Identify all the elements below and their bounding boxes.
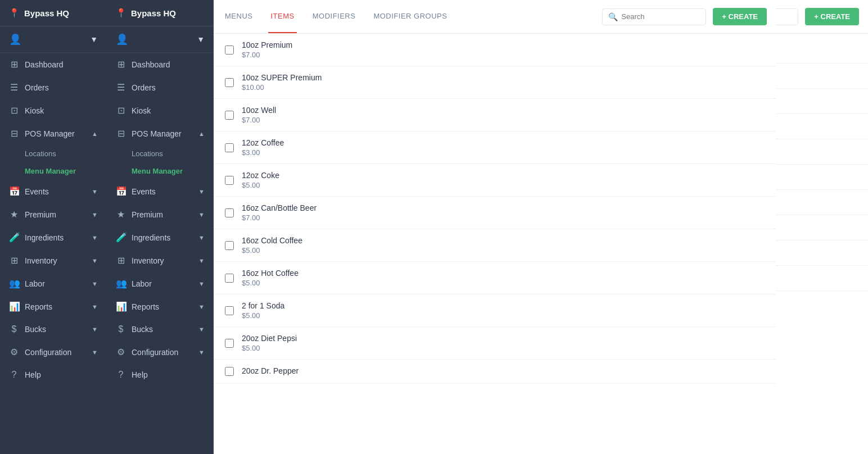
second-sidebar-item-orders[interactable]: ☰ Orders — [107, 76, 214, 99]
item-price: $7.00 — [242, 116, 276, 124]
second-user-chevron-icon: ▼ — [197, 35, 205, 44]
item-checkbox[interactable] — [225, 46, 234, 55]
item-price: $5.00 — [242, 181, 279, 189]
second-sidebar-item-ingredients[interactable]: 🧪 Ingredients ▼ — [107, 226, 214, 249]
item-price: $10.00 — [242, 83, 322, 92]
second-sidebar-item-inventory[interactable]: ⊞ Inventory ▼ — [107, 249, 214, 272]
sidebar-item-kiosk[interactable]: ⊡ Kiosk — [0, 99, 107, 122]
item-checkbox[interactable] — [225, 208, 234, 217]
item-info: 10oz SUPER Premium $10.00 — [242, 73, 322, 92]
item-price: $5.00 — [242, 344, 297, 352]
item-row[interactable]: 12oz Coke $5.00 — [214, 164, 776, 197]
sidebar-item-label: Labor — [132, 279, 152, 288]
sidebar-item-reports[interactable]: 📊 Reports ▼ — [0, 295, 107, 318]
brand-logo[interactable]: 📍 Bypass HQ — [0, 0, 107, 26]
sidebar-item-events[interactable]: 📅 Events ▼ — [0, 180, 107, 203]
sidebar-item-help[interactable]: ? Help — [0, 364, 107, 386]
second-search-input[interactable] — [621, 12, 700, 21]
item-checkbox[interactable] — [225, 176, 234, 185]
item-name: 20oz Diet Pepsi — [242, 334, 297, 343]
kiosk-icon: ⊡ — [9, 105, 19, 116]
second-tab-modifier-groups[interactable]: MODIFIER GROUPS — [371, 0, 449, 33]
item-row[interactable]: 12oz Coffee $3.00 — [214, 131, 776, 164]
item-row[interactable]: 10oz Well $7.00 — [214, 99, 776, 131]
item-checkbox[interactable] — [225, 241, 234, 250]
second-search-box[interactable]: 🔍 — [602, 8, 706, 25]
second-search-icon: 🔍 — [608, 12, 618, 21]
second-sidebar-sub-menu-manager[interactable]: Menu Manager — [107, 162, 214, 180]
second-inventory-chevron-icon: ▼ — [198, 257, 205, 264]
item-name: 12oz Coke — [242, 171, 279, 180]
sidebar-item-label: Ingredients — [132, 233, 170, 242]
item-name: 16oz Hot Coffee — [242, 269, 299, 278]
sidebar-item-label: Premium — [132, 210, 163, 219]
item-checkbox[interactable] — [225, 274, 234, 283]
item-row[interactable]: 10oz SUPER Premium $10.00 — [214, 66, 776, 99]
second-sidebar-item-configuration[interactable]: ⚙ Configuration ▼ — [107, 341, 214, 364]
sidebar-item-configuration[interactable]: ⚙ Configuration ▼ — [0, 341, 107, 364]
sidebar-item-labor[interactable]: 👥 Labor ▼ — [0, 272, 107, 295]
left-sidebar: 📍 Bypass HQ 👤 ▼ ⊞ Dashboard ☰ Orders ⊡ K… — [0, 0, 107, 454]
item-checkbox[interactable] — [225, 339, 234, 348]
second-tab-items[interactable]: ITEMS — [268, 0, 296, 33]
second-sidebar-item-kiosk[interactable]: ⊡ Kiosk — [107, 99, 214, 122]
sidebar-item-premium[interactable]: ★ Premium ▼ — [0, 203, 107, 226]
sidebar-item-ingredients[interactable]: 🧪 Ingredients ▼ — [0, 226, 107, 249]
sidebar-item-label: Dashboard — [132, 60, 170, 69]
item-row[interactable]: 16oz Cold Coffee $5.00 — [214, 229, 776, 262]
second-brand-logo[interactable]: 📍 Bypass HQ — [107, 0, 214, 26]
item-checkbox[interactable] — [225, 306, 234, 315]
second-orders-icon: ☰ — [116, 82, 126, 93]
item-name: 16oz Can/Bottle Beer — [242, 203, 317, 212]
main-area: MENUS ITEMS MODIFIERS MODIFIER GROUPS 🔍 … — [107, 0, 868, 454]
first-create-button[interactable]: + CREATE — [805, 8, 859, 25]
second-user-menu[interactable]: 👤 ▼ — [107, 26, 214, 53]
second-sidebar-item-dashboard[interactable]: ⊞ Dashboard — [107, 53, 214, 76]
sidebar-sub-menu-manager[interactable]: Menu Manager — [0, 162, 107, 180]
second-sidebar-item-events[interactable]: 📅 Events ▼ — [107, 180, 214, 203]
sidebar-item-label: Reports — [25, 302, 52, 311]
second-user-icon: 👤 — [116, 33, 128, 46]
sidebar-item-label: Dashboard — [25, 60, 64, 69]
second-sidebar-item-premium[interactable]: ★ Premium ▼ — [107, 203, 214, 226]
item-row[interactable]: 10oz Premium $7.00 — [214, 34, 776, 66]
second-reports-icon: 📊 — [116, 301, 126, 312]
item-checkbox[interactable] — [225, 143, 234, 152]
second-sidebar-item-bucks[interactable]: $ Bucks ▼ — [107, 318, 214, 341]
item-row[interactable]: 16oz Can/Bottle Beer $7.00 — [214, 197, 776, 229]
second-pos-manager-icon: ⊟ — [116, 128, 126, 139]
sidebar-sub-locations[interactable]: Locations — [0, 145, 107, 162]
item-price: $5.00 — [242, 246, 302, 255]
second-sidebar-item-help[interactable]: ? Help — [107, 364, 214, 386]
items-list: 10oz Premium $7.00 10oz SUPER Premium $1… — [214, 34, 776, 454]
item-row[interactable]: 20oz Dr. Pepper — [214, 360, 776, 384]
sidebar-item-bucks[interactable]: $ Bucks ▼ — [0, 318, 107, 341]
second-create-button[interactable]: + CREATE — [713, 8, 767, 25]
second-sidebar-sub-locations[interactable]: Locations — [107, 145, 214, 162]
sidebar-item-dashboard[interactable]: ⊞ Dashboard — [0, 53, 107, 76]
item-checkbox[interactable] — [225, 111, 234, 120]
item-checkbox[interactable] — [225, 367, 234, 376]
item-row[interactable]: 20oz Diet Pepsi $5.00 — [214, 327, 776, 360]
second-sidebar-item-pos-manager[interactable]: ⊟ POS Manager ▲ — [107, 122, 214, 145]
user-menu[interactable]: 👤 ▼ — [0, 26, 107, 53]
brand-name: Bypass HQ — [24, 8, 69, 18]
second-config-icon: ⚙ — [116, 347, 126, 357]
sidebar-item-label: Inventory — [25, 256, 57, 265]
second-main-panel: MENUS ITEMS MODIFIERS MODIFIER GROUPS 🔍 … — [214, 0, 776, 454]
sidebar-item-inventory[interactable]: ⊞ Inventory ▼ — [0, 249, 107, 272]
ingredients-chevron-icon: ▼ — [92, 234, 98, 241]
item-checkbox[interactable] — [225, 78, 234, 87]
second-tab-modifiers[interactable]: MODIFIERS — [310, 0, 358, 33]
second-reports-chevron-icon: ▼ — [198, 303, 205, 310]
item-row[interactable]: 2 for 1 Soda $5.00 — [214, 294, 776, 327]
second-sidebar-item-reports[interactable]: 📊 Reports ▼ — [107, 295, 214, 318]
second-tab-menus[interactable]: MENUS — [223, 0, 255, 33]
second-ingredients-chevron-icon: ▼ — [198, 234, 205, 241]
second-sidebar-item-labor[interactable]: 👥 Labor ▼ — [107, 272, 214, 295]
item-info: 16oz Cold Coffee $5.00 — [242, 236, 302, 255]
sidebar-item-orders[interactable]: ☰ Orders — [0, 76, 107, 99]
second-premium-chevron-icon: ▼ — [198, 211, 205, 218]
item-row[interactable]: 16oz Hot Coffee $5.00 — [214, 262, 776, 294]
sidebar-item-pos-manager[interactable]: ⊟ POS Manager ▲ — [0, 122, 107, 145]
